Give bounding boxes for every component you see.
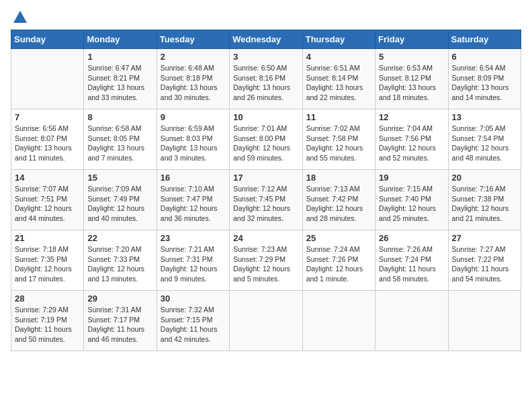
header-thursday: Thursday (302, 30, 375, 49)
cell-line-1-5-1: Sunset: 7:56 PM (379, 134, 431, 142)
cell-2-6: 20Sunrise: 7:16 AMSunset: 7:38 PMDayligh… (448, 170, 521, 230)
cell-content-3-4: Sunrise: 7:24 AMSunset: 7:26 PMDaylight:… (306, 244, 371, 284)
cell-line-2-4-0: Sunrise: 7:13 AM (306, 185, 360, 193)
cell-1-4: 11Sunrise: 7:02 AMSunset: 7:58 PMDayligh… (302, 109, 375, 170)
cell-content-1-4: Sunrise: 7:02 AMSunset: 7:58 PMDaylight:… (306, 124, 371, 163)
cell-3-4: 25Sunrise: 7:24 AMSunset: 7:26 PMDayligh… (302, 230, 375, 291)
cell-line-3-4-2: Daylight: 12 hours (306, 265, 363, 273)
cell-line-3-1-0: Sunrise: 7:20 AM (87, 245, 141, 253)
cell-line-3-4-1: Sunset: 7:26 PM (306, 255, 359, 263)
cell-line-0-2-2: Daylight: 13 hours (161, 83, 218, 91)
cell-content-2-6: Sunrise: 7:16 AMSunset: 7:38 PMDaylight:… (452, 184, 517, 224)
day-number-4: 4 (306, 52, 371, 62)
cell-line-3-0-1: Sunset: 7:35 PM (15, 255, 67, 263)
cell-line-2-1-3: and 40 minutes. (87, 214, 138, 222)
calendar-header-row: SundayMondayTuesdayWednesdayThursdayFrid… (11, 30, 521, 49)
cell-content-0-3: Sunrise: 6:50 AMSunset: 8:16 PMDaylight:… (233, 63, 298, 103)
cell-line-0-1-3: and 33 minutes. (87, 93, 138, 101)
cell-line-0-4-0: Sunrise: 6:51 AM (306, 64, 360, 72)
cell-0-0 (11, 49, 84, 109)
cell-content-3-2: Sunrise: 7:21 AMSunset: 7:31 PMDaylight:… (161, 244, 226, 284)
cell-4-5 (375, 291, 448, 351)
cell-line-2-1-0: Sunrise: 7:09 AM (87, 185, 141, 193)
cell-0-3: 3Sunrise: 6:50 AMSunset: 8:16 PMDaylight… (230, 49, 302, 109)
cell-line-0-1-1: Sunset: 8:21 PM (87, 74, 140, 82)
cell-line-2-0-3: and 44 minutes. (15, 214, 65, 222)
cell-line-4-2-0: Sunrise: 7:32 AM (161, 306, 214, 314)
cell-line-4-1-1: Sunset: 7:17 PM (87, 316, 140, 324)
day-number-12: 12 (379, 112, 444, 122)
header-sunday: Sunday (11, 30, 84, 49)
cell-line-1-0-2: Daylight: 13 hours (15, 144, 72, 152)
cell-0-6: 6Sunrise: 6:54 AMSunset: 8:09 PMDaylight… (448, 49, 521, 109)
day-number-9: 9 (161, 112, 226, 122)
cell-line-0-2-0: Sunrise: 6:48 AM (161, 64, 214, 72)
cell-3-0: 21Sunrise: 7:18 AMSunset: 7:35 PMDayligh… (11, 230, 84, 291)
cell-line-0-6-0: Sunrise: 6:54 AM (452, 64, 506, 72)
cell-line-1-4-3: and 55 minutes. (306, 154, 357, 162)
cell-line-3-6-1: Sunset: 7:22 PM (452, 255, 504, 263)
cell-line-1-4-1: Sunset: 7:58 PM (306, 134, 359, 142)
cell-content-1-3: Sunrise: 7:01 AMSunset: 8:00 PMDaylight:… (233, 124, 298, 163)
cell-line-1-3-3: and 59 minutes. (233, 154, 283, 162)
cell-line-4-0-0: Sunrise: 7:29 AM (15, 306, 69, 314)
cell-0-5: 5Sunrise: 6:53 AMSunset: 8:12 PMDaylight… (375, 49, 448, 109)
day-number-6: 6 (452, 52, 517, 62)
cell-0-2: 2Sunrise: 6:48 AMSunset: 8:18 PMDaylight… (157, 49, 229, 109)
day-number-23: 23 (161, 233, 226, 243)
cell-line-1-5-3: and 52 minutes. (379, 154, 429, 162)
cell-content-3-5: Sunrise: 7:26 AMSunset: 7:24 PMDaylight:… (379, 244, 444, 284)
cell-content-0-1: Sunrise: 6:47 AMSunset: 8:21 PMDaylight:… (87, 63, 152, 103)
cell-line-0-4-1: Sunset: 8:14 PM (306, 74, 359, 82)
cell-line-4-0-3: and 50 minutes. (15, 335, 65, 343)
cell-3-5: 26Sunrise: 7:26 AMSunset: 7:24 PMDayligh… (375, 230, 448, 291)
week-row-5: 28Sunrise: 7:29 AMSunset: 7:19 PMDayligh… (11, 291, 521, 351)
day-number-5: 5 (379, 52, 444, 62)
cell-line-2-5-1: Sunset: 7:40 PM (379, 195, 431, 203)
cell-line-3-2-0: Sunrise: 7:21 AM (161, 245, 214, 253)
cell-content-3-1: Sunrise: 7:20 AMSunset: 7:33 PMDaylight:… (87, 244, 152, 284)
cell-line-0-2-3: and 30 minutes. (161, 93, 211, 101)
cell-line-0-1-2: Daylight: 13 hours (87, 83, 144, 91)
day-number-27: 27 (452, 233, 517, 243)
header-tuesday: Tuesday (157, 30, 229, 49)
day-number-10: 10 (233, 112, 298, 122)
cell-line-3-3-0: Sunrise: 7:23 AM (233, 245, 287, 253)
calendar-table: SundayMondayTuesdayWednesdayThursdayFrid… (11, 30, 521, 351)
cell-line-3-1-1: Sunset: 7:33 PM (87, 255, 140, 263)
cell-4-2: 30Sunrise: 7:32 AMSunset: 7:15 PMDayligh… (157, 291, 229, 351)
day-number-21: 21 (15, 233, 80, 243)
cell-1-3: 10Sunrise: 7:01 AMSunset: 8:00 PMDayligh… (230, 109, 302, 170)
cell-line-3-5-1: Sunset: 7:24 PM (379, 255, 431, 263)
header-wednesday: Wednesday (230, 30, 302, 49)
cell-line-0-5-2: Daylight: 13 hours (379, 83, 436, 91)
cell-line-4-1-0: Sunrise: 7:31 AM (87, 306, 141, 314)
week-row-2: 7Sunrise: 6:56 AMSunset: 8:07 PMDaylight… (11, 109, 521, 170)
cell-line-3-3-3: and 5 minutes. (233, 275, 279, 283)
cell-content-4-2: Sunrise: 7:32 AMSunset: 7:15 PMDaylight:… (161, 305, 226, 345)
cell-line-2-1-1: Sunset: 7:49 PM (87, 195, 140, 203)
cell-line-1-3-0: Sunrise: 7:01 AM (233, 124, 287, 132)
logo (11, 11, 27, 24)
day-number-25: 25 (306, 233, 371, 243)
cell-line-2-0-0: Sunrise: 7:07 AM (15, 185, 69, 193)
cell-line-0-5-0: Sunrise: 6:53 AM (379, 64, 433, 72)
cell-1-2: 9Sunrise: 6:59 AMSunset: 8:03 PMDaylight… (157, 109, 229, 170)
cell-content-3-0: Sunrise: 7:18 AMSunset: 7:35 PMDaylight:… (15, 244, 80, 284)
cell-line-0-6-2: Daylight: 13 hours (452, 83, 509, 91)
cell-line-1-3-2: Daylight: 12 hours (233, 144, 290, 152)
cell-line-1-4-0: Sunrise: 7:02 AM (306, 124, 360, 132)
week-row-1: 1Sunrise: 6:47 AMSunset: 8:21 PMDaylight… (11, 49, 521, 109)
cell-line-0-4-3: and 22 minutes. (306, 93, 357, 101)
cell-1-5: 12Sunrise: 7:04 AMSunset: 7:56 PMDayligh… (375, 109, 448, 170)
cell-content-1-0: Sunrise: 6:56 AMSunset: 8:07 PMDaylight:… (15, 124, 80, 163)
cell-line-0-3-0: Sunrise: 6:50 AM (233, 64, 287, 72)
cell-4-3 (230, 291, 302, 351)
cell-line-1-0-3: and 11 minutes. (15, 154, 65, 162)
cell-line-2-4-1: Sunset: 7:42 PM (306, 195, 359, 203)
cell-content-0-5: Sunrise: 6:53 AMSunset: 8:12 PMDaylight:… (379, 63, 444, 103)
cell-line-0-3-1: Sunset: 8:16 PM (233, 74, 285, 82)
cell-line-2-3-2: Daylight: 12 hours (233, 204, 290, 212)
cell-line-2-6-3: and 21 minutes. (452, 214, 502, 222)
cell-3-1: 22Sunrise: 7:20 AMSunset: 7:33 PMDayligh… (84, 230, 157, 291)
